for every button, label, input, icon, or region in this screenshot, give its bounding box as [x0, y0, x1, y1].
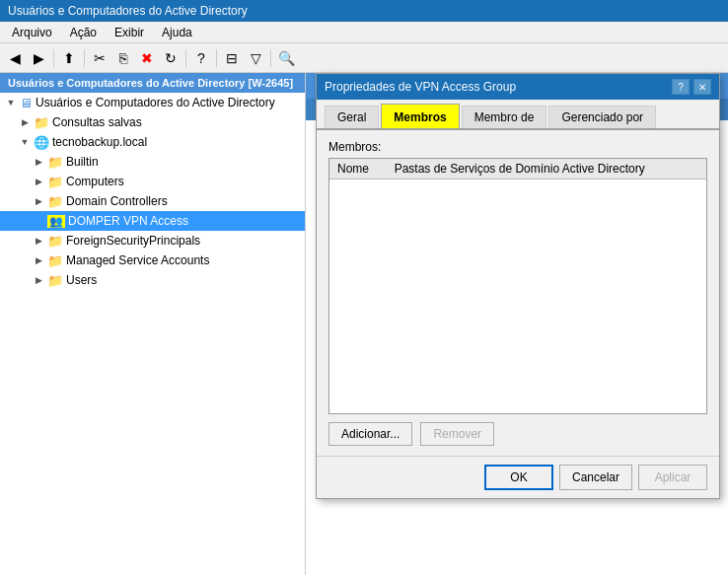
expand-consultas-icon: ▶: [18, 115, 32, 129]
ok-button[interactable]: OK: [484, 465, 553, 490]
title-bar: Usuários e Computadores do Active Direct…: [0, 0, 728, 22]
menu-acao[interactable]: Ação: [62, 24, 105, 41]
filter2-button[interactable]: ▽: [245, 47, 266, 69]
builtin-icon: 📁: [47, 155, 63, 170]
forward-button[interactable]: ▶: [28, 47, 49, 69]
dialog-footer: OK Cancelar Aplicar: [317, 456, 719, 498]
tree-item-fsp[interactable]: ▶ 📁 ForeignSecurityPrincipals: [0, 231, 305, 251]
tree-label-domain: tecnobackup.local: [52, 135, 147, 149]
adicionar-button[interactable]: Adicionar...: [328, 422, 412, 446]
tree-item-builtin[interactable]: ▶ 📁 Builtin: [0, 152, 305, 172]
properties-dialog: Propriedades de VPN Access Group ? ✕ Ger…: [316, 73, 720, 499]
tree-header: Usuários e Computadores do Active Direct…: [0, 73, 305, 93]
members-table-container[interactable]: Nome Pastas de Serviços de Domínio Activ…: [328, 158, 707, 414]
dialog-action-buttons: Adicionar... Remover: [328, 422, 707, 446]
expand-computers-icon: ▶: [32, 175, 45, 188]
tab-bar: Geral Membros Membro de Gerenciado por: [317, 100, 719, 130]
up-button[interactable]: ⬆: [58, 47, 80, 69]
copy-button[interactable]: ⎘: [112, 47, 134, 69]
fsp-icon: 📁: [47, 234, 63, 249]
expand-domain-icon: ▼: [18, 135, 32, 149]
col-nome: Nome: [329, 159, 387, 180]
vpn-icon: 👥: [47, 215, 65, 228]
dialog-title-bar: Propriedades de VPN Access Group ? ✕: [317, 74, 719, 100]
menu-bar: Arquivo Ação Exibir Ajuda: [0, 22, 728, 43]
tree-item-computers[interactable]: ▶ 📁 Computers: [0, 172, 305, 191]
membros-label: Membros:: [328, 140, 707, 154]
dialog-controls: ? ✕: [672, 79, 711, 95]
separator-4: [216, 49, 217, 67]
refresh-button[interactable]: ↻: [160, 47, 182, 69]
tree-item-dc[interactable]: ▶ 📁 Domain Controllers: [0, 191, 305, 211]
root-icon: 🖥: [20, 96, 33, 110]
separator-3: [185, 49, 186, 67]
expand-users-icon: ▶: [32, 273, 45, 287]
toolbar: ◀ ▶ ⬆ ✂ ⎘ ✖ ↻ ? ⊟ ▽ 🔍: [0, 43, 728, 73]
tree-item-consultas[interactable]: ▶ 📁 Consultas salvas: [0, 112, 305, 132]
delete-button[interactable]: ✖: [136, 47, 158, 69]
msa-icon: 📁: [47, 253, 63, 268]
filter-button[interactable]: ⊟: [221, 47, 243, 69]
dialog-body: Membros: Nome Pastas de Serviços de Domí…: [317, 130, 719, 456]
separator-1: [53, 49, 54, 67]
expand-root-icon: ▼: [4, 96, 18, 109]
tree-label-dc: Domain Controllers: [66, 194, 168, 208]
cancelar-button[interactable]: Cancelar: [559, 465, 632, 490]
separator-2: [84, 49, 85, 67]
tree-label-vpn: DOMPER VPN Access: [68, 214, 188, 228]
domain-icon: 🌐: [34, 135, 49, 150]
tree-label-fsp: ForeignSecurityPrincipals: [66, 234, 200, 248]
computers-icon: 📁: [47, 175, 63, 189]
back-button[interactable]: ◀: [4, 47, 26, 69]
members-table: Nome Pastas de Serviços de Domínio Activ…: [329, 159, 706, 180]
tab-membros[interactable]: Membros: [381, 104, 459, 128]
dialog-help-button[interactable]: ?: [672, 79, 690, 95]
menu-exibir[interactable]: Exibir: [107, 24, 152, 41]
tree-label-root: Usuários e Computadores do Active Direct…: [36, 96, 275, 109]
expand-vpn-icon: [32, 214, 45, 228]
consultas-folder-icon: 📁: [34, 115, 49, 130]
tree-item-users[interactable]: ▶ 📁 Users: [0, 270, 305, 290]
aplicar-button[interactable]: Aplicar: [638, 465, 707, 490]
tree-label-consultas: Consultas salvas: [52, 115, 142, 129]
window-title: Usuários e Computadores do Active Direct…: [8, 4, 248, 18]
tab-membro-de[interactable]: Membro de: [462, 106, 547, 128]
tree-label-builtin: Builtin: [66, 155, 99, 169]
tree-item-domain[interactable]: ▼ 🌐 tecnobackup.local: [0, 132, 305, 152]
search-button[interactable]: 🔍: [275, 47, 297, 69]
tree-label-msa: Managed Service Accounts: [66, 253, 209, 267]
tab-gerenciado-por[interactable]: Gerenciado por: [548, 106, 656, 128]
help-button[interactable]: ?: [190, 47, 212, 69]
remover-button[interactable]: Remover: [420, 422, 494, 446]
tab-geral[interactable]: Geral: [325, 106, 379, 128]
menu-ajuda[interactable]: Ajuda: [154, 24, 200, 41]
col-pastas: Pastas de Serviços de Domínio Active Dir…: [387, 159, 706, 180]
separator-5: [270, 49, 271, 67]
expand-msa-icon: ▶: [32, 253, 45, 267]
expand-fsp-icon: ▶: [32, 234, 45, 248]
dialog-title: Propriedades de VPN Access Group: [325, 80, 516, 94]
tree-panel: Usuários e Computadores do Active Direct…: [0, 73, 306, 575]
tree-label-users: Users: [66, 273, 97, 287]
menu-arquivo[interactable]: Arquivo: [4, 24, 60, 41]
expand-dc-icon: ▶: [32, 194, 45, 208]
users-icon: 📁: [47, 273, 63, 288]
tree-item-msa[interactable]: ▶ 📁 Managed Service Accounts: [0, 251, 305, 270]
cut-button[interactable]: ✂: [89, 47, 110, 69]
dialog-close-button[interactable]: ✕: [693, 79, 711, 95]
dc-icon: 📁: [47, 194, 63, 209]
tree-label-computers: Computers: [66, 175, 124, 188]
tree-item-vpn[interactable]: 👥 DOMPER VPN Access: [0, 211, 305, 231]
tree-item-root[interactable]: ▼ 🖥 Usuários e Computadores do Active Di…: [0, 93, 305, 112]
expand-builtin-icon: ▶: [32, 155, 45, 169]
